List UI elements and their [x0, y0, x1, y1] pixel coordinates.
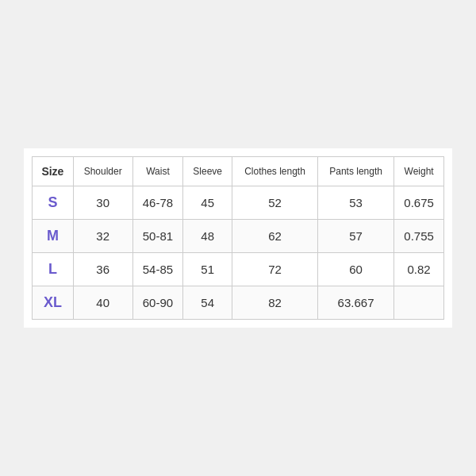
data-cell-waist: 50-81	[132, 220, 183, 253]
data-cell-clothes_length: 72	[232, 253, 318, 286]
table-body: S3046-784552530.675M3250-814862570.755L3…	[33, 186, 444, 320]
data-cell-pants_length: 60	[317, 253, 393, 286]
data-cell-sleeve: 51	[183, 253, 232, 286]
header-waist: Waist	[132, 157, 183, 186]
data-cell-sleeve: 54	[183, 286, 232, 320]
data-cell-shoulder: 32	[73, 220, 132, 253]
data-cell-clothes_length: 52	[232, 186, 318, 220]
data-cell-clothes_length: 62	[232, 220, 318, 253]
table-row: S3046-784552530.675	[33, 186, 444, 220]
header-weight: Weight	[394, 157, 444, 186]
data-cell-waist: 60-90	[132, 286, 183, 320]
size-cell: XL	[33, 286, 74, 320]
data-cell-clothes_length: 82	[232, 286, 318, 320]
data-cell-weight: 0.82	[394, 253, 444, 286]
header-shoulder: Shoulder	[73, 157, 132, 186]
data-cell-weight	[394, 286, 444, 320]
header-size: Size	[33, 157, 74, 186]
size-chart-container: Size Shoulder Waist Sleeve Clothes lengt…	[24, 148, 452, 328]
size-table: Size Shoulder Waist Sleeve Clothes lengt…	[32, 156, 444, 320]
data-cell-waist: 54-85	[132, 253, 183, 286]
data-cell-pants_length: 53	[317, 186, 393, 220]
size-cell: S	[33, 186, 74, 220]
size-cell: L	[33, 253, 74, 286]
data-cell-weight: 0.675	[394, 186, 444, 220]
table-row: M3250-814862570.755	[33, 220, 444, 253]
data-cell-pants_length: 57	[317, 220, 393, 253]
data-cell-weight: 0.755	[394, 220, 444, 253]
size-cell: M	[33, 220, 74, 253]
table-header-row: Size Shoulder Waist Sleeve Clothes lengt…	[33, 157, 444, 186]
header-sleeve: Sleeve	[183, 157, 232, 186]
data-cell-shoulder: 30	[73, 186, 132, 220]
header-clothes-length: Clothes length	[232, 157, 318, 186]
data-cell-shoulder: 40	[73, 286, 132, 320]
table-row: XL4060-90548263.667	[33, 286, 444, 320]
data-cell-sleeve: 45	[183, 186, 232, 220]
data-cell-shoulder: 36	[73, 253, 132, 286]
header-pants-length: Pants length	[317, 157, 393, 186]
table-row: L3654-855172600.82	[33, 253, 444, 286]
data-cell-sleeve: 48	[183, 220, 232, 253]
data-cell-pants_length: 63.667	[317, 286, 393, 320]
data-cell-waist: 46-78	[132, 186, 183, 220]
